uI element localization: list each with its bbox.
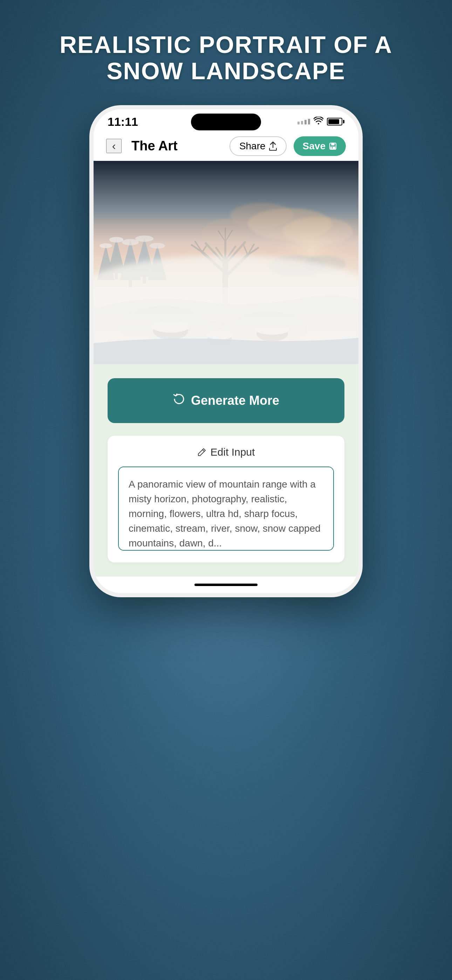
edit-input-label: Edit Input <box>210 446 255 458</box>
share-label: Share <box>239 140 266 152</box>
phone-mockup: 11:11 <box>89 105 363 597</box>
nav-title: The Art <box>131 138 223 154</box>
art-image <box>94 161 358 364</box>
prompt-input[interactable] <box>118 466 334 550</box>
wifi-icon <box>314 117 323 127</box>
save-button[interactable]: Save <box>294 136 346 156</box>
generate-more-label: Generate More <box>191 393 279 408</box>
edit-input-header: Edit Input <box>118 446 334 458</box>
svg-rect-2 <box>330 146 335 149</box>
svg-rect-3 <box>332 147 333 149</box>
page-title: REALISTIC PORTRAIT OF A SNOW LANDSCAPE <box>0 32 452 84</box>
status-time: 11:11 <box>108 115 138 129</box>
dynamic-island <box>191 114 261 130</box>
battery-icon <box>327 118 344 126</box>
share-button[interactable]: Share <box>229 136 286 156</box>
status-icons <box>298 117 344 127</box>
home-indicator <box>94 577 358 593</box>
svg-rect-1 <box>331 143 334 145</box>
save-icon <box>329 142 337 150</box>
edit-icon <box>197 448 206 457</box>
back-button[interactable]: ‹ <box>106 139 122 153</box>
generate-icon <box>173 393 185 408</box>
edit-input-card: Edit Input <box>108 436 344 563</box>
save-label: Save <box>303 140 326 152</box>
signal-icon <box>298 119 310 124</box>
generate-more-button[interactable]: Generate More <box>108 378 344 423</box>
nav-bar: ‹ The Art Share Save <box>94 131 358 161</box>
svg-rect-58 <box>94 161 358 364</box>
home-bar <box>194 584 258 586</box>
share-icon <box>269 142 277 151</box>
status-bar: 11:11 <box>94 109 358 131</box>
content-area: Generate More Edit Input <box>94 364 358 577</box>
